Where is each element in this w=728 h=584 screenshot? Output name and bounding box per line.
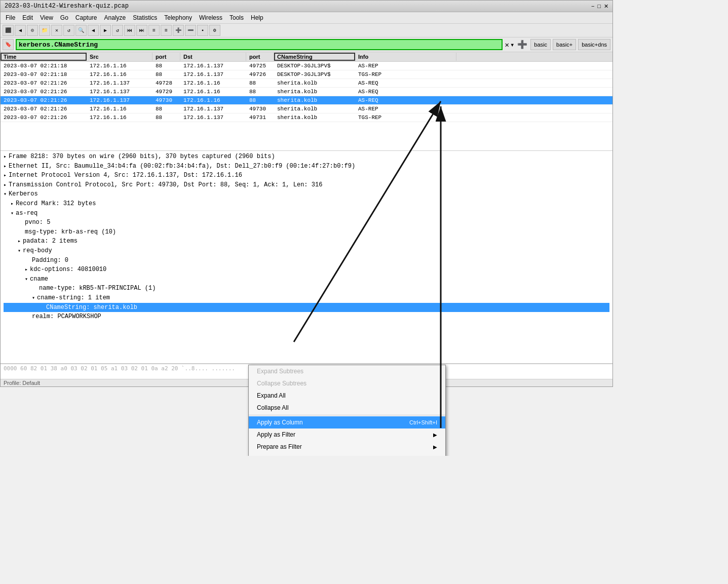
context-menu-item-apply-as-filter[interactable]: Apply as Filter ▶ <box>249 429 445 441</box>
detail-lines: ▸Frame 8218: 370 bytes on wire (2960 bit… <box>4 152 609 322</box>
detail-line[interactable]: ▾Kerberos <box>4 189 609 199</box>
menu-statistics[interactable]: Statistics <box>130 13 160 22</box>
cell-dport: 49725 <box>246 62 274 69</box>
detail-line: msg-type: krb-as-req (10) <box>4 227 609 237</box>
packet-row[interactable]: 2023-03-07 02:21:26 172.16.1.16 88 172.1… <box>1 113 612 122</box>
cell-dport: 88 <box>246 97 274 104</box>
packet-list: Time Src port Dst port CNameString Info … <box>1 52 612 151</box>
menu-telephony[interactable]: Telephony <box>161 13 195 22</box>
menu-analyze[interactable]: Analyze <box>101 13 129 22</box>
col-header-cname: CNameString <box>274 53 355 61</box>
packet-row[interactable]: 2023-03-07 02:21:18 172.16.1.16 88 172.1… <box>1 62 612 70</box>
detail-line[interactable]: ▸Ethernet II, Src: Baumulle_34:b4:fa (00… <box>4 162 609 171</box>
toolbar-btn-3[interactable]: ⊙ <box>27 25 38 36</box>
toolbar-btn-14[interactable]: ≡ <box>161 25 172 36</box>
cell-info: AS-REQ <box>355 97 456 104</box>
toolbar-btn-10[interactable]: ↺ <box>112 25 123 36</box>
menu-file[interactable]: File <box>3 13 18 22</box>
toolbar-btn-6[interactable]: ↺ <box>63 25 74 36</box>
menu-help[interactable]: Help <box>248 13 266 22</box>
title-bar-text: 2023-03-Unit42-Wireshark-quiz.pcap <box>5 3 129 10</box>
cell-dst: 172.16.1.137 <box>180 62 246 69</box>
toolbar-btn-18[interactable]: ⚙ <box>209 25 220 36</box>
close-button[interactable]: ✕ <box>604 3 608 10</box>
toolbar-btn-12[interactable]: ⏭ <box>136 25 147 36</box>
detail-line[interactable]: ▸Transmission Control Protocol, Src Port… <box>4 180 609 190</box>
detail-line[interactable]: ▸kdc-options: 40810010 <box>4 265 609 275</box>
detail-expand-icon: ▾ <box>32 295 35 301</box>
filter-basicplus-btn[interactable]: basic+ <box>553 39 576 50</box>
menu-view[interactable]: View <box>37 13 56 22</box>
minimize-button[interactable]: − <box>591 3 594 10</box>
toolbar-btn-17[interactable]: ▪ <box>197 25 208 36</box>
ctx-label: Conversation Filter <box>257 455 308 456</box>
col-header-info: Info <box>355 53 456 61</box>
detail-line[interactable]: ▸Internet Protocol Version 4, Src: 172.1… <box>4 171 609 180</box>
packet-rows: 2023-03-07 02:21:18 172.16.1.16 88 172.1… <box>1 62 612 122</box>
ctx-submenu-arrow: ▶ <box>433 432 437 438</box>
detail-line[interactable]: ▾cname-string: 1 item <box>4 293 609 303</box>
cell-sport: 49730 <box>152 97 180 104</box>
menu-edit[interactable]: Edit <box>19 13 36 22</box>
toolbar-btn-13[interactable]: ≡ <box>148 25 160 36</box>
context-menu-item-conversation-filter[interactable]: Conversation Filter ▶ <box>249 453 445 456</box>
filter-dropdown-btn[interactable]: ▾ <box>510 41 514 49</box>
context-menu-item-collapse-all[interactable]: Collapse All <box>249 402 445 414</box>
cell-dst: 172.16.1.16 <box>180 88 246 95</box>
ctx-label: Expand All <box>257 392 286 399</box>
toolbar-btn-7[interactable]: 🔍 <box>75 25 87 36</box>
context-menu-item-apply-as-column[interactable]: Apply as Column Ctrl+Shift+I <box>249 416 445 429</box>
toolbar-btn-5[interactable]: ✕ <box>51 25 62 36</box>
toolbar-btn-4[interactable]: 📁 <box>39 25 50 36</box>
detail-line[interactable]: ▾as-req <box>4 209 609 218</box>
detail-expand-icon: ▾ <box>18 248 21 254</box>
detail-line[interactable]: ▸padata: 2 items <box>4 237 609 246</box>
menu-capture[interactable]: Capture <box>72 13 100 22</box>
toolbar-btn-8[interactable]: ◀ <box>88 25 99 36</box>
toolbar-btn-1[interactable]: ⬛ <box>3 25 14 36</box>
filter-add-btn[interactable]: ➕ <box>517 40 527 50</box>
menu-go[interactable]: Go <box>57 13 71 22</box>
detail-line[interactable]: ▸Frame 8218: 370 bytes on wire (2960 bit… <box>4 152 609 162</box>
detail-line[interactable]: ▸Record Mark: 312 bytes <box>4 199 609 209</box>
packet-row[interactable]: 2023-03-07 02:21:26 172.16.1.137 49729 1… <box>1 88 612 96</box>
menu-wireless[interactable]: Wireless <box>196 13 225 22</box>
detail-line[interactable]: ▾req-body <box>4 246 609 256</box>
packet-row[interactable]: 2023-03-07 02:21:26 172.16.1.137 49730 1… <box>1 96 612 105</box>
cell-src: 172.16.1.16 <box>87 62 152 69</box>
cell-cname: DESKTOP-3GJL3PV$ <box>274 71 355 78</box>
context-menu: Expand Subtrees Collapse Subtrees Expand… <box>248 365 446 456</box>
packet-row[interactable]: 2023-03-07 02:21:18 172.16.1.16 88 172.1… <box>1 70 612 79</box>
packet-row[interactable]: 2023-03-07 02:21:26 172.16.1.137 49728 1… <box>1 79 612 88</box>
toolbar-btn-16[interactable]: ➖ <box>185 25 196 36</box>
detail-text: Internet Protocol Version 4, Src: 172.16… <box>9 172 242 179</box>
toolbar-btn-11[interactable]: ⏮ <box>124 25 135 36</box>
toolbar-btn-15[interactable]: ➕ <box>173 25 184 36</box>
cell-dport: 88 <box>246 80 274 87</box>
context-menu-item-prepare-as-filter[interactable]: Prepare as Filter ▶ <box>249 441 445 453</box>
detail-text: Record Mark: 312 bytes <box>16 200 96 207</box>
detail-line[interactable]: ▾cname <box>4 275 609 284</box>
filter-clear-btn[interactable]: ✕ <box>505 41 509 49</box>
cell-time: 2023-03-07 02:21:26 <box>1 88 87 95</box>
filter-basic-btn[interactable]: basic <box>530 39 551 50</box>
context-menu-item-expand-all[interactable]: Expand All <box>249 390 445 402</box>
packet-row[interactable]: 2023-03-07 02:21:26 172.16.1.16 88 172.1… <box>1 105 612 113</box>
cell-info: TGS-REP <box>355 71 456 78</box>
menu-tools[interactable]: Tools <box>226 13 247 22</box>
maximize-button[interactable]: □ <box>597 3 601 10</box>
toolbar-btn-9[interactable]: ▶ <box>100 25 111 36</box>
filter-bookmark-btn[interactable]: 🔖 <box>3 39 14 50</box>
cell-src: 172.16.1.137 <box>87 88 152 95</box>
detail-text: msg-type: krb-as-req (10) <box>25 228 116 236</box>
cell-time: 2023-03-07 02:21:26 <box>1 114 87 121</box>
cell-time: 2023-03-07 02:21:18 <box>1 62 87 69</box>
detail-expand-icon: ▾ <box>25 277 28 282</box>
toolbar-btn-2[interactable]: ◀ <box>15 25 26 36</box>
detail-text: Ethernet II, Src: Baumulle_34:b4:fa (00:… <box>9 163 355 170</box>
detail-text: Transmission Control Protocol, Src Port:… <box>9 181 322 188</box>
cell-cname: DESKTOP-3GJL3PV$ <box>274 62 355 69</box>
filter-basicdns-btn[interactable]: basic+dns <box>578 39 610 50</box>
detail-expand-icon: ▾ <box>11 211 14 216</box>
filter-input[interactable] <box>16 39 503 50</box>
